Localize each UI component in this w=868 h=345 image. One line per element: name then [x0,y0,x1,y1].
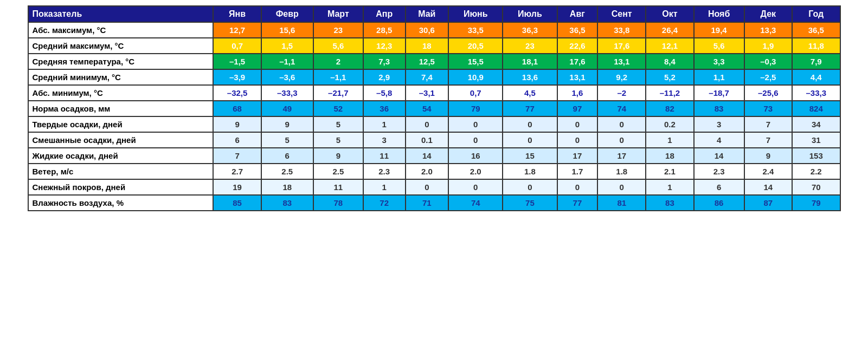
cell-7-7: 0 [557,132,598,148]
cell-2-8: 13,1 [597,54,646,69]
cell-8-3: 11 [363,148,406,164]
cell-5-5: 79 [448,101,503,116]
cell-1-5: 20,5 [448,38,503,54]
cell-3-10: 1,1 [694,69,744,85]
cell-7-6: 0 [503,132,557,148]
table-row-4: Абс. минимум, °C–32,5–33,3–21,7–5,8–3,10… [28,85,840,101]
column-header-month-6: Июль [503,6,557,22]
column-header-month-2: Март [313,6,363,22]
cell-8-9: 18 [646,148,693,164]
cell-2-5: 15,5 [448,54,503,69]
cell-5-12: 824 [792,101,840,116]
cell-0-7: 36,5 [557,22,598,38]
cell-8-2: 9 [313,148,363,164]
cell-4-3: –5,8 [363,85,406,101]
cell-6-1: 9 [261,116,313,132]
cell-11-3: 72 [363,195,406,211]
cell-4-8: –2 [597,85,646,101]
row-label-5: Норма осадков, мм [28,101,214,116]
cell-11-4: 71 [406,195,449,211]
cell-6-8: 0 [597,116,646,132]
cell-6-11: 7 [744,116,792,132]
cell-3-9: 5,2 [646,69,693,85]
cell-6-5: 0 [448,116,503,132]
cell-0-9: 26,4 [646,22,693,38]
cell-3-1: –3,6 [261,69,313,85]
table-row-0: Абс. максимум, °C12,715,62328,530,633,53… [28,22,840,38]
cell-10-4: 0 [406,179,449,195]
cell-5-11: 73 [744,101,792,116]
cell-5-9: 82 [646,101,693,116]
row-label-3: Средний минимум, °C [28,69,214,85]
column-header-month-8: Сент [597,6,646,22]
column-header-month-1: Февр [261,6,313,22]
column-header-month-11: Дек [744,6,792,22]
cell-9-2: 2.5 [313,164,363,179]
cell-11-8: 81 [597,195,646,211]
cell-1-7: 22,6 [557,38,598,54]
cell-5-7: 97 [557,101,598,116]
cell-9-12: 2.2 [792,164,840,179]
cell-3-3: 2,9 [363,69,406,85]
table-row-5: Норма осадков, мм68495236547977977482837… [28,101,840,116]
table-row-3: Средний минимум, °C–3,9–3,6–1,12,97,410,… [28,69,840,85]
cell-1-9: 12,1 [646,38,693,54]
cell-10-2: 11 [313,179,363,195]
cell-11-11: 87 [744,195,792,211]
cell-4-5: 0,7 [448,85,503,101]
cell-10-12: 70 [792,179,840,195]
cell-4-10: –18,7 [694,85,744,101]
cell-0-0: 12,7 [213,22,261,38]
cell-8-10: 14 [694,148,744,164]
cell-8-11: 9 [744,148,792,164]
row-label-8: Жидкие осадки, дней [28,148,214,164]
cell-0-11: 13,3 [744,22,792,38]
cell-5-8: 74 [597,101,646,116]
cell-1-2: 5,6 [313,38,363,54]
cell-2-10: 3,3 [694,54,744,69]
table-row-8: Жидкие осадки, дней769111416151717181491… [28,148,840,164]
cell-7-9: 1 [646,132,693,148]
cell-8-5: 16 [448,148,503,164]
cell-7-10: 4 [694,132,744,148]
row-label-11: Влажность воздуха, % [28,195,214,211]
cell-3-11: –2,5 [744,69,792,85]
cell-9-9: 2.1 [646,164,693,179]
row-label-2: Средняя температура, °C [28,54,214,69]
row-label-0: Абс. максимум, °C [28,22,214,38]
cell-5-2: 52 [313,101,363,116]
climate-table: Показатель ЯнвФеврМартАпрМайИюньИюльАвгС… [28,5,841,211]
table-row-10: Снежный покров, дней191811100000161470 [28,179,840,195]
cell-3-4: 7,4 [406,69,449,85]
cell-6-4: 0 [406,116,449,132]
table-row-11: Влажность воздуха, %85837872717475778183… [28,195,840,211]
cell-11-2: 78 [313,195,363,211]
cell-4-9: –11,2 [646,85,693,101]
column-header-month-12: Год [792,6,840,22]
cell-2-11: –0,3 [744,54,792,69]
cell-5-1: 49 [261,101,313,116]
cell-2-12: 7,9 [792,54,840,69]
column-header-month-3: Апр [363,6,406,22]
cell-7-0: 6 [213,132,261,148]
cell-9-8: 1.8 [597,164,646,179]
cell-9-0: 2.7 [213,164,261,179]
cell-10-11: 14 [744,179,792,195]
cell-10-10: 6 [694,179,744,195]
cell-8-0: 7 [213,148,261,164]
cell-0-4: 30,6 [406,22,449,38]
climate-table-wrapper: Показатель ЯнвФеврМартАпрМайИюньИюльАвгС… [28,5,841,211]
cell-5-3: 36 [363,101,406,116]
cell-10-1: 18 [261,179,313,195]
table-row-6: Твердые осадки, дней9951000000.23734 [28,116,840,132]
cell-11-1: 83 [261,195,313,211]
cell-4-1: –33,3 [261,85,313,101]
cell-10-9: 1 [646,179,693,195]
cell-4-12: –33,3 [792,85,840,101]
cell-8-8: 17 [597,148,646,164]
cell-5-6: 77 [503,101,557,116]
row-label-7: Смешанные осадки, дней [28,132,214,148]
cell-1-1: 1,5 [261,38,313,54]
cell-7-1: 5 [261,132,313,148]
table-row-2: Средняя температура, °C–1,5–1,127,312,51… [28,54,840,69]
